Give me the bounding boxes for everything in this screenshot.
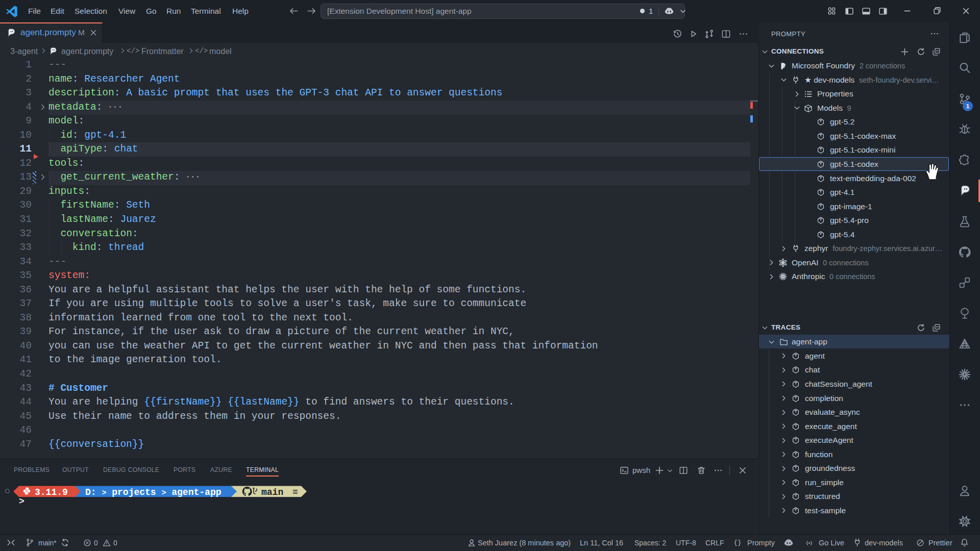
- svg-text:D: > projects > agent-app: D: > projects > agent-app: [85, 487, 222, 497]
- svg-text:main: main: [261, 487, 283, 497]
- svg-text:3.11.9: 3.11.9: [35, 487, 68, 497]
- svg-text:>: >: [19, 496, 24, 507]
- svg-text:≡: ≡: [292, 487, 298, 497]
